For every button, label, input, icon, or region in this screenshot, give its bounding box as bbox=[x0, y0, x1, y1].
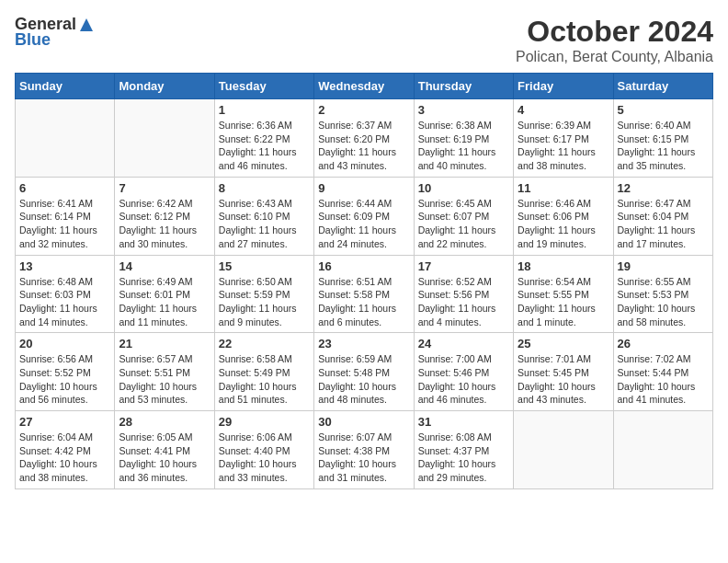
table-row: 20Sunrise: 6:56 AM Sunset: 5:52 PM Dayli… bbox=[16, 333, 115, 411]
table-row: 12Sunrise: 6:47 AM Sunset: 6:04 PM Dayli… bbox=[613, 177, 712, 255]
table-row: 23Sunrise: 6:59 AM Sunset: 5:48 PM Dayli… bbox=[314, 333, 414, 411]
day-number: 27 bbox=[19, 415, 110, 429]
logo: General Blue bbox=[15, 15, 95, 50]
day-number: 22 bbox=[219, 337, 310, 350]
day-number: 19 bbox=[618, 259, 709, 273]
day-number: 1 bbox=[219, 103, 310, 117]
calendar-week-row: 13Sunrise: 6:48 AM Sunset: 6:03 PM Dayli… bbox=[16, 255, 713, 333]
day-number: 21 bbox=[119, 337, 210, 350]
day-info: Sunrise: 7:02 AM Sunset: 5:44 PM Dayligh… bbox=[618, 352, 709, 407]
day-number: 9 bbox=[318, 181, 409, 195]
day-number: 26 bbox=[618, 337, 709, 350]
page-header: General Blue October 2024 Polican, Berat… bbox=[15, 15, 713, 65]
table-row: 17Sunrise: 6:52 AM Sunset: 5:56 PM Dayli… bbox=[414, 255, 513, 333]
table-row: 21Sunrise: 6:57 AM Sunset: 5:51 PM Dayli… bbox=[115, 333, 214, 411]
table-row: 13Sunrise: 6:48 AM Sunset: 6:03 PM Dayli… bbox=[16, 255, 115, 333]
day-info: Sunrise: 6:54 AM Sunset: 5:55 PM Dayligh… bbox=[518, 275, 609, 329]
table-row: 31Sunrise: 6:08 AM Sunset: 4:37 PM Dayli… bbox=[414, 411, 513, 489]
col-monday: Monday bbox=[115, 74, 214, 99]
table-row: 26Sunrise: 7:02 AM Sunset: 5:44 PM Dayli… bbox=[613, 333, 712, 411]
day-number: 20 bbox=[19, 337, 110, 350]
day-info: Sunrise: 6:51 AM Sunset: 5:58 PM Dayligh… bbox=[318, 275, 409, 329]
logo-blue-text: Blue bbox=[15, 30, 51, 50]
title-area: October 2024 Polican, Berat County, Alba… bbox=[516, 15, 713, 65]
col-thursday: Thursday bbox=[414, 74, 513, 99]
logo-icon bbox=[78, 17, 95, 33]
table-row bbox=[16, 99, 115, 178]
col-sunday: Sunday bbox=[16, 74, 115, 99]
calendar-title: October 2024 bbox=[516, 15, 713, 49]
table-row: 7Sunrise: 6:42 AM Sunset: 6:12 PM Daylig… bbox=[115, 177, 214, 255]
day-info: Sunrise: 6:06 AM Sunset: 4:40 PM Dayligh… bbox=[219, 431, 310, 485]
day-info: Sunrise: 6:36 AM Sunset: 6:22 PM Dayligh… bbox=[219, 119, 310, 173]
table-row: 9Sunrise: 6:44 AM Sunset: 6:09 PM Daylig… bbox=[314, 177, 414, 255]
table-row: 4Sunrise: 6:39 AM Sunset: 6:17 PM Daylig… bbox=[514, 99, 613, 178]
day-info: Sunrise: 6:40 AM Sunset: 6:15 PM Dayligh… bbox=[618, 119, 709, 173]
day-info: Sunrise: 6:55 AM Sunset: 5:53 PM Dayligh… bbox=[618, 275, 709, 329]
day-info: Sunrise: 6:42 AM Sunset: 6:12 PM Dayligh… bbox=[119, 197, 210, 251]
day-number: 6 bbox=[19, 181, 110, 195]
col-wednesday: Wednesday bbox=[314, 74, 414, 99]
table-row: 15Sunrise: 6:50 AM Sunset: 5:59 PM Dayli… bbox=[214, 255, 313, 333]
table-row bbox=[115, 99, 214, 178]
calendar-week-row: 1Sunrise: 6:36 AM Sunset: 6:22 PM Daylig… bbox=[16, 99, 713, 178]
day-info: Sunrise: 6:44 AM Sunset: 6:09 PM Dayligh… bbox=[318, 197, 409, 251]
day-number: 3 bbox=[418, 103, 509, 117]
day-info: Sunrise: 6:48 AM Sunset: 6:03 PM Dayligh… bbox=[19, 275, 110, 329]
day-info: Sunrise: 6:38 AM Sunset: 6:19 PM Dayligh… bbox=[418, 119, 509, 173]
day-info: Sunrise: 6:47 AM Sunset: 6:04 PM Dayligh… bbox=[618, 197, 709, 251]
day-info: Sunrise: 6:39 AM Sunset: 6:17 PM Dayligh… bbox=[518, 119, 609, 173]
day-info: Sunrise: 6:58 AM Sunset: 5:49 PM Dayligh… bbox=[219, 352, 310, 407]
table-row: 19Sunrise: 6:55 AM Sunset: 5:53 PM Dayli… bbox=[613, 255, 712, 333]
table-row: 1Sunrise: 6:36 AM Sunset: 6:22 PM Daylig… bbox=[214, 99, 313, 178]
day-number: 14 bbox=[119, 259, 210, 273]
day-info: Sunrise: 6:56 AM Sunset: 5:52 PM Dayligh… bbox=[19, 352, 110, 407]
table-row: 14Sunrise: 6:49 AM Sunset: 6:01 PM Dayli… bbox=[115, 255, 214, 333]
day-number: 25 bbox=[518, 337, 609, 350]
day-number: 7 bbox=[119, 181, 210, 195]
table-row: 16Sunrise: 6:51 AM Sunset: 5:58 PM Dayli… bbox=[314, 255, 414, 333]
day-number: 15 bbox=[219, 259, 310, 273]
day-info: Sunrise: 7:00 AM Sunset: 5:46 PM Dayligh… bbox=[418, 352, 509, 407]
day-number: 29 bbox=[219, 415, 310, 429]
day-info: Sunrise: 6:59 AM Sunset: 5:48 PM Dayligh… bbox=[318, 352, 409, 407]
day-info: Sunrise: 6:50 AM Sunset: 5:59 PM Dayligh… bbox=[219, 275, 310, 329]
day-info: Sunrise: 6:04 AM Sunset: 4:42 PM Dayligh… bbox=[19, 431, 110, 485]
table-row: 24Sunrise: 7:00 AM Sunset: 5:46 PM Dayli… bbox=[414, 333, 513, 411]
day-number: 10 bbox=[418, 181, 509, 195]
day-number: 16 bbox=[318, 259, 409, 273]
day-number: 8 bbox=[219, 181, 310, 195]
day-info: Sunrise: 6:57 AM Sunset: 5:51 PM Dayligh… bbox=[119, 352, 210, 407]
day-info: Sunrise: 6:45 AM Sunset: 6:07 PM Dayligh… bbox=[418, 197, 509, 251]
day-info: Sunrise: 6:41 AM Sunset: 6:14 PM Dayligh… bbox=[19, 197, 110, 251]
table-row: 8Sunrise: 6:43 AM Sunset: 6:10 PM Daylig… bbox=[214, 177, 313, 255]
calendar-subtitle: Polican, Berat County, Albania bbox=[516, 49, 713, 65]
day-info: Sunrise: 6:46 AM Sunset: 6:06 PM Dayligh… bbox=[518, 197, 609, 251]
day-number: 23 bbox=[318, 337, 409, 350]
col-saturday: Saturday bbox=[613, 74, 712, 99]
day-number: 12 bbox=[618, 181, 709, 195]
table-row: 30Sunrise: 6:07 AM Sunset: 4:38 PM Dayli… bbox=[314, 411, 414, 489]
table-row: 2Sunrise: 6:37 AM Sunset: 6:20 PM Daylig… bbox=[314, 99, 414, 178]
day-number: 2 bbox=[318, 103, 409, 117]
day-number: 24 bbox=[418, 337, 509, 350]
calendar-week-row: 20Sunrise: 6:56 AM Sunset: 5:52 PM Dayli… bbox=[16, 333, 713, 411]
day-number: 28 bbox=[119, 415, 210, 429]
day-number: 5 bbox=[618, 103, 709, 117]
col-friday: Friday bbox=[514, 74, 613, 99]
table-row: 11Sunrise: 6:46 AM Sunset: 6:06 PM Dayli… bbox=[514, 177, 613, 255]
day-number: 18 bbox=[518, 259, 609, 273]
calendar-table: Sunday Monday Tuesday Wednesday Thursday… bbox=[15, 73, 713, 489]
table-row bbox=[613, 411, 712, 489]
table-row: 6Sunrise: 6:41 AM Sunset: 6:14 PM Daylig… bbox=[16, 177, 115, 255]
day-number: 4 bbox=[518, 103, 609, 117]
day-number: 13 bbox=[19, 259, 110, 273]
calendar-week-row: 27Sunrise: 6:04 AM Sunset: 4:42 PM Dayli… bbox=[16, 411, 713, 489]
table-row: 22Sunrise: 6:58 AM Sunset: 5:49 PM Dayli… bbox=[214, 333, 313, 411]
day-info: Sunrise: 6:08 AM Sunset: 4:37 PM Dayligh… bbox=[418, 431, 509, 485]
calendar-week-row: 6Sunrise: 6:41 AM Sunset: 6:14 PM Daylig… bbox=[16, 177, 713, 255]
table-row bbox=[514, 411, 613, 489]
svg-marker-0 bbox=[80, 18, 93, 31]
day-info: Sunrise: 6:43 AM Sunset: 6:10 PM Dayligh… bbox=[219, 197, 310, 251]
day-info: Sunrise: 6:07 AM Sunset: 4:38 PM Dayligh… bbox=[318, 431, 409, 485]
